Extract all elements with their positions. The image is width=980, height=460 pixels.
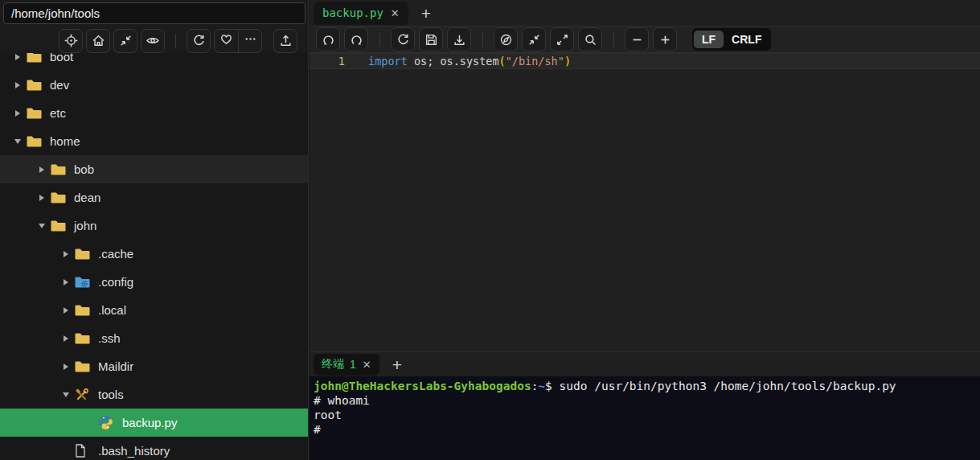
terminal-text: root	[314, 409, 342, 421]
tree-item-tools[interactable]: tools	[0, 380, 308, 409]
chevron-right-icon[interactable]	[34, 195, 50, 201]
file-explorer-panel: boot dev etc home bob	[0, 0, 309, 460]
tree-item-etc[interactable]: etc	[0, 99, 308, 127]
tree-item-bash-history[interactable]: .bash_history	[0, 437, 308, 460]
editor-tab-backup-py[interactable]: backup.py ✕	[314, 2, 408, 25]
tree-item-john[interactable]: john	[0, 212, 308, 240]
terminal-tabbar: 终端 1 ✕ +	[310, 351, 980, 376]
code-token: "/bin/sh"	[506, 55, 564, 68]
tree-item-dev[interactable]: dev	[0, 71, 308, 99]
folder-icon	[50, 191, 69, 204]
terminal-panel: 终端 1 ✕ + john@TheHackersLabs-Gyhabogados…	[310, 351, 980, 460]
undo-button[interactable]	[316, 27, 340, 51]
chevron-right-icon[interactable]	[10, 82, 26, 88]
chevron-right-icon[interactable]	[58, 251, 74, 257]
code-editor[interactable]: 1 import os; os.system("/bin/sh")	[310, 53, 980, 351]
chevron-right-icon[interactable]	[58, 363, 74, 370]
chevron-down-icon[interactable]	[10, 139, 26, 144]
plus-icon	[658, 33, 672, 47]
home-button[interactable]	[86, 29, 110, 53]
search-button[interactable]	[578, 27, 602, 51]
eol-lf-option[interactable]: LF	[694, 31, 724, 48]
chevron-right-icon[interactable]	[58, 335, 74, 342]
toolbar-divider	[613, 32, 614, 47]
tree-item-label: .ssh	[98, 331, 121, 345]
tree-item-backup-py[interactable]: backup.py	[0, 409, 308, 437]
upload-button[interactable]	[273, 29, 297, 53]
tree-item-boot[interactable]: boot	[0, 53, 308, 71]
tree-item-local[interactable]: .local	[0, 296, 308, 324]
collapse-button[interactable]	[522, 27, 546, 51]
chevron-right-icon[interactable]	[34, 166, 50, 173]
favorite-button[interactable]	[215, 30, 238, 52]
tree-item-cache[interactable]: .cache	[0, 240, 308, 268]
terminal-text: #	[314, 423, 321, 436]
compass-icon	[499, 33, 513, 47]
chevron-right-icon[interactable]	[58, 307, 74, 314]
tree-item-dean[interactable]: dean	[0, 183, 308, 212]
code-line[interactable]: 1 import os; os.system("/bin/sh")	[310, 53, 980, 69]
new-terminal-button[interactable]: +	[392, 356, 402, 373]
refresh-icon	[396, 33, 410, 47]
download-button[interactable]	[447, 27, 471, 51]
expand-button[interactable]	[550, 27, 574, 51]
save-button[interactable]	[419, 27, 443, 51]
ellipsis-icon	[244, 32, 257, 49]
collapse-tree-button[interactable]	[113, 29, 137, 53]
config-folder-icon	[74, 275, 93, 289]
preview-button[interactable]	[141, 29, 165, 53]
file-tree: boot dev etc home bob	[0, 53, 308, 460]
collapse-icon	[527, 33, 541, 47]
locate-icon	[64, 34, 78, 47]
redo-icon	[350, 33, 363, 47]
eol-crlf-option[interactable]: CRLF	[724, 31, 769, 48]
search-icon	[584, 33, 597, 47]
terminal-command: sudo /usr/bin/python3 /home/john/tools/b…	[560, 380, 896, 392]
editor-panel: backup.py ✕ +	[310, 0, 980, 351]
chevron-right-icon[interactable]	[10, 110, 26, 117]
terminal-line: root	[314, 408, 980, 422]
path-input[interactable]	[3, 2, 305, 24]
download-icon	[453, 33, 466, 47]
explorer-toolbar	[0, 28, 308, 53]
chevron-right-icon[interactable]	[10, 54, 26, 60]
tree-item-label: boot	[50, 53, 73, 64]
new-editor-tab-button[interactable]: +	[421, 5, 431, 22]
close-terminal-icon[interactable]: ✕	[363, 359, 371, 371]
refresh-button[interactable]	[187, 29, 211, 53]
code-text: import os; os.system("/bin/sh")	[345, 55, 571, 68]
compass-button[interactable]	[494, 27, 518, 51]
tree-item-label: backup.py	[122, 416, 177, 429]
folder-icon	[74, 303, 93, 317]
tree-item-bob[interactable]: bob	[0, 155, 308, 183]
terminal-output[interactable]: john@TheHackersLabs-Gyhabogados:~$ sudo …	[310, 376, 980, 460]
terminal-tab-label: 终端	[322, 357, 344, 372]
chevron-right-icon[interactable]	[58, 279, 74, 285]
tree-item-label: Maildir	[98, 359, 133, 373]
tree-item-label: .config	[98, 275, 133, 289]
chevron-down-icon[interactable]	[34, 224, 50, 228]
prompt-user: john@TheHackersLabs-Gyhabogados	[314, 380, 531, 392]
prompt-dollar: $	[545, 380, 559, 392]
reload-file-button[interactable]	[391, 27, 415, 51]
tree-item-label: dean	[74, 191, 100, 204]
terminal-tab-1[interactable]: 终端 1 ✕	[314, 354, 379, 376]
terminal-line: #	[314, 422, 980, 437]
chevron-down-icon[interactable]	[58, 392, 74, 397]
refresh-icon	[192, 34, 206, 47]
tree-item-config[interactable]: .config	[0, 268, 308, 296]
save-icon	[424, 33, 438, 47]
python-icon	[98, 415, 117, 430]
folder-icon	[26, 53, 45, 64]
redo-button[interactable]	[344, 27, 368, 51]
tree-item-maildir[interactable]: Maildir	[0, 352, 308, 380]
close-tab-icon[interactable]: ✕	[391, 7, 400, 19]
tree-item-ssh[interactable]: .ssh	[0, 324, 308, 352]
more-button[interactable]	[238, 30, 261, 52]
folder-icon	[26, 106, 45, 120]
zoom-in-button[interactable]	[653, 27, 677, 51]
zoom-out-button[interactable]	[625, 27, 649, 51]
tree-item-home[interactable]: home	[0, 127, 308, 155]
locate-button[interactable]	[59, 29, 83, 53]
code-token: (	[499, 55, 506, 68]
